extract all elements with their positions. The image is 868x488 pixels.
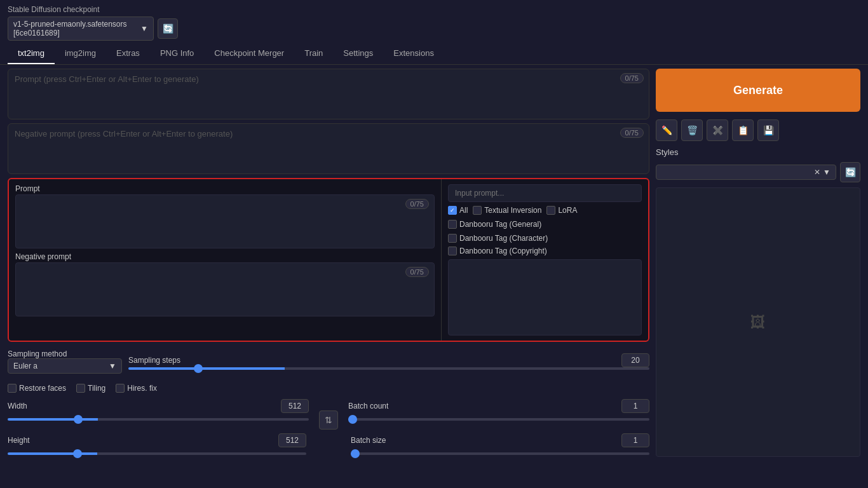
tab-extras[interactable]: Extras: [106, 43, 150, 64]
hires-fix-label: Hires. fix: [127, 384, 157, 393]
top-negative-prompt-input[interactable]: [8, 124, 649, 168]
hl-negative-token-count: 0/75: [405, 267, 429, 277]
hl-prompt-area: Prompt 0/75: [15, 184, 435, 248]
width-group: Width: [8, 399, 309, 423]
sampling-steps-slider[interactable]: [128, 367, 649, 370]
search-input[interactable]: [448, 184, 642, 202]
swap-dimensions-button[interactable]: ⇅: [319, 399, 338, 430]
chevron-down-icon: ▼: [140, 24, 148, 33]
tab-train[interactable]: Train: [294, 43, 333, 64]
filter-textual-inversion[interactable]: Textual Inversion: [473, 206, 541, 215]
chevron-down-icon: ▼: [109, 362, 116, 370]
width-slider[interactable]: [8, 418, 309, 421]
all-label: All: [459, 206, 468, 215]
refresh-styles-button[interactable]: 🔄: [840, 162, 860, 182]
sampling-method-dropdown[interactable]: Euler a ▼: [8, 358, 122, 374]
highlighted-right: All Textual Inversion LoRA Danbooru Tag …: [441, 179, 648, 341]
tab-settings[interactable]: Settings: [333, 43, 383, 64]
sampling-method-value: Euler a: [13, 362, 37, 370]
filter-row-2: Danbooru Tag (Copyright): [448, 247, 642, 255]
danbooru-character-label: Danbooru Tag (Character): [459, 234, 548, 243]
search-results-area: [448, 259, 642, 336]
styles-label: Styles: [656, 147, 678, 157]
hl-prompt-label: Prompt: [15, 184, 435, 193]
filter-danbooru-copyright[interactable]: Danbooru Tag (Copyright): [448, 247, 547, 255]
batch-count-label: Batch count: [348, 402, 412, 410]
edit-icon: ✏️: [661, 125, 672, 135]
sampling-method-label: Sampling method: [8, 349, 122, 358]
height-slider[interactable]: [8, 452, 306, 455]
width-label: Width: [8, 402, 71, 410]
filter-all[interactable]: All: [448, 206, 468, 215]
styles-dropdown[interactable]: ✕ ▼: [656, 165, 836, 180]
paste-button[interactable]: 📋: [732, 119, 754, 141]
sampling-steps-group: Sampling steps: [128, 353, 649, 370]
cancel-button[interactable]: ✖️: [707, 119, 728, 141]
top-negative-prompt-area: 0/75: [8, 123, 649, 174]
batch-count-slider[interactable]: [348, 418, 649, 421]
batch-size-input[interactable]: [621, 433, 649, 447]
height-input[interactable]: [278, 433, 306, 447]
textual-inversion-checkbox[interactable]: [473, 206, 482, 215]
restore-faces-option[interactable]: Restore faces: [8, 384, 66, 393]
height-batchsize-row: Height Batch size: [8, 433, 649, 457]
filter-row-1: All Textual Inversion LoRA Danbooru Tag …: [448, 206, 642, 243]
filter-danbooru-character[interactable]: Danbooru Tag (Character): [448, 234, 548, 243]
cancel-icon: ✖️: [712, 125, 723, 135]
hl-prompt-token-count: 0/75: [405, 199, 429, 209]
all-checkbox[interactable]: [448, 206, 457, 215]
highlighted-left: Prompt 0/75 Negative prompt 0/75: [9, 179, 441, 341]
hl-negative-label: Negative prompt: [15, 252, 435, 261]
filter-lora[interactable]: LoRA: [546, 206, 577, 215]
options-row: Restore faces Tiling Hires. fix: [8, 384, 649, 393]
refresh-checkpoint-button[interactable]: 🔄: [158, 18, 178, 39]
tiling-option[interactable]: Tiling: [76, 384, 105, 393]
refresh-icon: 🔄: [163, 24, 173, 34]
danbooru-copyright-checkbox[interactable]: [448, 247, 457, 255]
danbooru-general-checkbox[interactable]: [448, 220, 457, 229]
danbooru-general-label: Danbooru Tag (General): [459, 220, 541, 229]
sampling-row: Sampling method Euler a ▼ Sampling steps: [8, 349, 649, 374]
tab-checkpoint-merger[interactable]: Checkpoint Merger: [204, 43, 294, 64]
filter-danbooru-general[interactable]: Danbooru Tag (General): [448, 220, 541, 229]
lora-checkbox[interactable]: [546, 206, 555, 215]
refresh-icon: 🔄: [845, 167, 856, 177]
save-icon: 💾: [763, 125, 774, 135]
save-button[interactable]: 💾: [757, 119, 779, 141]
hl-prompt-box: 0/75: [15, 194, 435, 248]
hires-fix-checkbox[interactable]: [116, 384, 125, 393]
highlighted-section: Prompt 0/75 Negative prompt 0/75: [8, 178, 649, 342]
tab-txt2img[interactable]: txt2img: [8, 43, 55, 64]
checkpoint-dropdown[interactable]: v1-5-pruned-emaonly.safetensors [6ce0161…: [8, 17, 154, 41]
tiling-checkbox[interactable]: [76, 384, 85, 393]
tiling-label: Tiling: [88, 384, 105, 393]
tab-img2img[interactable]: img2img: [55, 43, 106, 64]
tab-extensions[interactable]: Extensions: [383, 43, 444, 64]
batch-size-slider[interactable]: [351, 452, 649, 455]
image-placeholder-icon: 🖼: [750, 313, 766, 331]
styles-clear-icon[interactable]: ✕: [814, 168, 820, 177]
hl-prompt-input[interactable]: [16, 195, 434, 246]
checkpoint-value: v1-5-pruned-emaonly.safetensors [6ce0161…: [13, 20, 140, 37]
styles-controls: ✕ ▼ 🔄: [656, 162, 860, 182]
top-prompt-input[interactable]: [8, 69, 649, 114]
trash-icon: 🗑️: [687, 125, 698, 135]
toolbar: ✏️ 🗑️ ✖️ 📋 💾: [656, 119, 860, 141]
batch-size-group: Batch size: [351, 433, 649, 457]
styles-row: Styles: [656, 147, 860, 157]
batch-count-input[interactable]: [621, 399, 649, 413]
tab-png-info[interactable]: PNG Info: [150, 43, 204, 64]
height-group: Height: [8, 433, 306, 457]
generate-button[interactable]: Generate: [656, 69, 860, 112]
trash-button[interactable]: 🗑️: [681, 119, 703, 141]
hl-negative-input[interactable]: [16, 263, 434, 314]
restore-faces-label: Restore faces: [19, 384, 66, 393]
hl-negative-area: Negative prompt 0/75: [15, 252, 435, 316]
width-input[interactable]: [281, 399, 309, 413]
danbooru-character-checkbox[interactable]: [448, 234, 457, 243]
restore-faces-checkbox[interactable]: [8, 384, 17, 393]
height-label: Height: [8, 436, 71, 445]
main-tabs: txt2img img2img Extras PNG Info Checkpoi…: [0, 43, 868, 65]
hires-fix-option[interactable]: Hires. fix: [116, 384, 157, 393]
edit-button[interactable]: ✏️: [656, 119, 677, 141]
